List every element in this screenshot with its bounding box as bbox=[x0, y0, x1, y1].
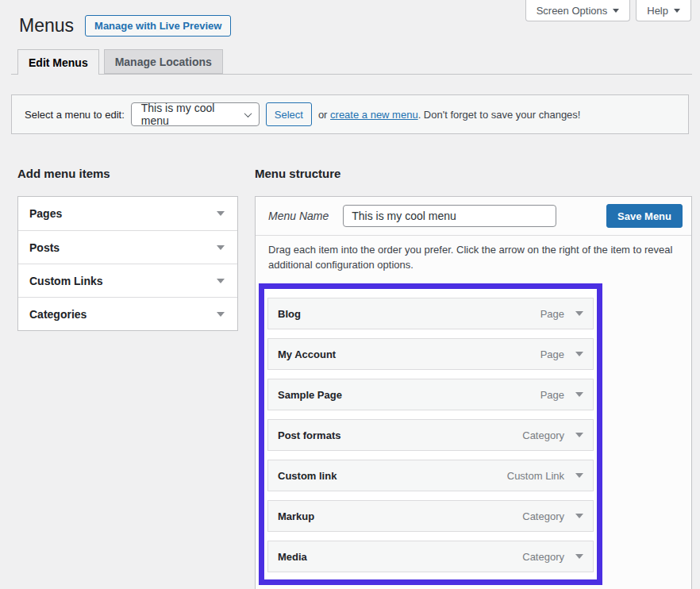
screen-options-button[interactable]: Screen Options bbox=[525, 0, 631, 21]
menu-item-row[interactable]: Markup Category bbox=[267, 500, 594, 532]
menu-item-meta: Page bbox=[540, 308, 583, 320]
menu-item-row[interactable]: Sample Page Page bbox=[267, 379, 594, 410]
create-menu-text: or create a new menu. Don't forget to sa… bbox=[318, 109, 581, 121]
menu-select-dropdown[interactable]: This is my cool menu bbox=[131, 102, 260, 126]
menu-name-input[interactable] bbox=[343, 205, 556, 227]
accordion-section-label: Pages bbox=[29, 207, 62, 220]
menu-select-value: This is my cool menu bbox=[141, 102, 245, 127]
accordion-section[interactable]: Pages bbox=[18, 197, 237, 230]
menu-items-highlight-box: Blog Page My Account Page Sample Pag bbox=[259, 283, 602, 585]
menu-item-type: Custom Link bbox=[507, 470, 564, 482]
menu-item-meta: Custom Link bbox=[507, 470, 583, 482]
accordion-section[interactable]: Custom Links bbox=[18, 264, 237, 297]
select-menu-bar: Select a menu to edit: This is my cool m… bbox=[11, 94, 689, 134]
tab-edit-menus[interactable]: Edit Menus bbox=[17, 49, 99, 75]
or-text: or bbox=[318, 109, 330, 121]
menu-item-type: Page bbox=[540, 348, 564, 360]
chevron-down-icon[interactable] bbox=[575, 392, 583, 397]
menu-item-label: Custom link bbox=[278, 470, 337, 482]
menu-item-meta: Category bbox=[522, 429, 583, 441]
caret-down-icon bbox=[613, 9, 619, 13]
menu-item-row[interactable]: Post formats Category bbox=[267, 419, 594, 451]
menu-item-label: Markup bbox=[278, 510, 314, 522]
manage-with-live-preview-button[interactable]: Manage with Live Preview bbox=[85, 15, 231, 37]
menu-item-label: Post formats bbox=[278, 429, 340, 441]
menu-item-row[interactable]: Custom link Custom Link bbox=[267, 460, 594, 491]
screen-options-label: Screen Options bbox=[537, 5, 608, 17]
chevron-down-icon[interactable] bbox=[575, 311, 583, 316]
menu-item-label: Blog bbox=[278, 308, 301, 320]
menu-structure-heading: Menu structure bbox=[255, 167, 340, 180]
accordion-section-label: Custom Links bbox=[29, 275, 103, 287]
chevron-down-icon[interactable] bbox=[575, 352, 583, 356]
menu-item-meta: Page bbox=[540, 348, 583, 360]
screen-meta: Screen Options Help bbox=[525, 0, 691, 21]
menu-item-type: Category bbox=[522, 510, 564, 522]
menu-item-meta: Category bbox=[522, 551, 583, 563]
chevron-down-icon[interactable] bbox=[575, 433, 583, 437]
help-label: Help bbox=[647, 5, 668, 17]
accordion-section[interactable]: Posts bbox=[18, 230, 237, 264]
menu-item-type: Page bbox=[540, 389, 564, 401]
menu-item-type: Page bbox=[540, 308, 564, 320]
menu-item-row[interactable]: My Account Page bbox=[267, 338, 594, 370]
menu-name-label: Menu Name bbox=[268, 210, 329, 222]
menu-structure-panel: Menu Name Save Menu Drag each item into … bbox=[255, 196, 692, 589]
accordion-section-label: Categories bbox=[29, 308, 87, 321]
accordion-section[interactable]: Categories bbox=[18, 297, 237, 330]
chevron-down-icon[interactable] bbox=[575, 554, 583, 559]
create-new-menu-link[interactable]: create a new menu bbox=[330, 109, 418, 121]
menu-item-type: Category bbox=[522, 429, 564, 441]
chevron-down-icon bbox=[244, 110, 252, 117]
menu-item-label: My Account bbox=[278, 348, 336, 360]
save-menu-button[interactable]: Save Menu bbox=[606, 204, 683, 228]
title-row: Menus Manage with Live Preview bbox=[19, 15, 231, 37]
chevron-down-icon[interactable] bbox=[217, 245, 225, 250]
accordion-section-label: Posts bbox=[29, 241, 60, 254]
add-menu-items-accordion: Pages Posts Custom Links Categories bbox=[17, 196, 238, 331]
menu-item-label: Sample Page bbox=[278, 389, 342, 401]
caret-down-icon bbox=[674, 9, 680, 13]
menus-admin-page: Screen Options Help Menus Manage with Li… bbox=[0, 0, 700, 589]
menu-item-meta: Category bbox=[522, 510, 583, 522]
menu-name-header: Menu Name Save Menu bbox=[256, 197, 691, 236]
chevron-down-icon[interactable] bbox=[217, 279, 225, 283]
add-menu-items-heading: Add menu items bbox=[17, 167, 110, 180]
chevron-down-icon[interactable] bbox=[575, 473, 583, 478]
chevron-down-icon[interactable] bbox=[217, 312, 225, 317]
chevron-down-icon[interactable] bbox=[217, 211, 225, 216]
menu-item-row[interactable]: Blog Page bbox=[267, 298, 594, 329]
help-button[interactable]: Help bbox=[636, 0, 691, 21]
menu-item-row[interactable]: Media Category bbox=[267, 541, 594, 572]
select-button[interactable]: Select bbox=[266, 102, 312, 126]
chevron-down-icon[interactable] bbox=[575, 514, 583, 518]
menu-item-type: Category bbox=[522, 551, 564, 563]
menu-item-label: Media bbox=[278, 551, 307, 563]
select-menu-label: Select a menu to edit: bbox=[25, 109, 125, 121]
page-title: Menus bbox=[19, 15, 74, 37]
tab-manage-locations[interactable]: Manage Locations bbox=[104, 49, 223, 74]
menu-item-meta: Page bbox=[540, 389, 583, 401]
nav-tabs: Edit Menus Manage Locations bbox=[17, 49, 223, 75]
save-reminder-text: . Don't forget to save your changes! bbox=[418, 109, 581, 121]
drag-instructions: Drag each item into the order you prefer… bbox=[268, 243, 687, 273]
